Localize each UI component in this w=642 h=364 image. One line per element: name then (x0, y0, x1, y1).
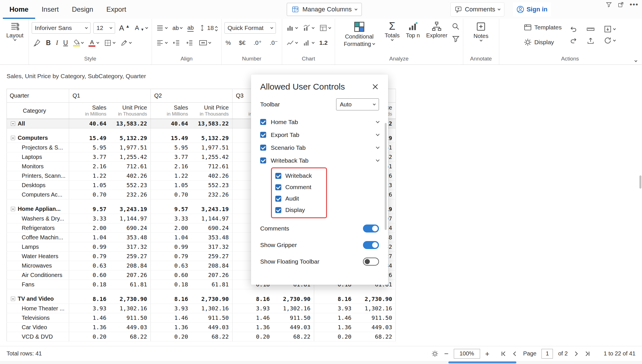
unit-price-cell[interactable]: 712.61 (110, 162, 151, 171)
table-chart-button[interactable] (318, 23, 332, 33)
first-page-button[interactable] (500, 351, 507, 357)
row-label-cell[interactable]: Televisions (7, 313, 69, 323)
line-chart-button[interactable] (285, 38, 299, 48)
unit-price-cell[interactable]: 690.24 (192, 223, 232, 233)
quick-format-select[interactable]: Quick Format (224, 22, 276, 34)
wrap-text-button[interactable]: ab (171, 24, 183, 32)
unit-price-cell[interactable]: 208.84 (110, 261, 151, 270)
sales-cell[interactable]: 0.20 (232, 332, 273, 341)
sales-cell[interactable]: 2.16 (69, 162, 110, 171)
sales-cell[interactable]: 9.57 (69, 205, 110, 214)
sales-cell[interactable]: 2.00 (151, 223, 192, 233)
popout-icon[interactable] (618, 1, 624, 8)
chevron-down-icon[interactable] (376, 120, 380, 123)
unit-price-cell[interactable]: 208.84 (192, 261, 232, 270)
measure-button[interactable] (585, 24, 596, 34)
unit-price-cell[interactable]: 353.48 (110, 233, 151, 242)
sales-cell[interactable]: 15.49 (69, 134, 110, 143)
strikethrough-button[interactable] (119, 38, 133, 48)
unit-price-cell[interactable]: 68.22 (192, 332, 232, 341)
sales-cell[interactable]: 5.95 (69, 143, 110, 152)
sales-cell[interactable]: 0.60 (151, 270, 192, 280)
sales-cell[interactable]: 1.46 (232, 313, 273, 323)
unit-price-cell[interactable]: 1,255.42 (110, 152, 151, 162)
sales-cell[interactable]: 1.36 (314, 323, 355, 332)
indent-increase-button[interactable] (184, 38, 195, 48)
unit-price-cell[interactable]: 232.26 (192, 190, 232, 199)
toggle-on[interactable] (363, 241, 379, 249)
sales-cell[interactable]: 8.16 (151, 294, 192, 304)
unit-price-cell[interactable]: 402.26 (110, 171, 151, 181)
italic-button[interactable]: I (55, 38, 59, 47)
sales-cell[interactable]: 3.33 (151, 214, 192, 223)
sales-cell[interactable]: 3.33 (69, 214, 110, 223)
zoom-in-button[interactable]: + (485, 350, 489, 357)
row-label-cell[interactable]: Air Conditioners (7, 270, 69, 280)
checkbox-checked[interactable] (275, 207, 281, 213)
sales-cell[interactable]: 1.04 (69, 233, 110, 242)
sales-cell[interactable]: 0.99 (69, 242, 110, 252)
sales-cell[interactable]: 40.64 (151, 119, 192, 128)
unit-price-cell[interactable]: 1,255.42 (192, 152, 232, 162)
collapse-icon[interactable] (11, 122, 15, 126)
collapse-ribbon-icon[interactable] (635, 59, 637, 62)
table-row[interactable]: Car Video1.36449.031.36449.031.36449.031… (7, 323, 396, 332)
unit-price-cell[interactable]: 1,144.97 (192, 214, 232, 223)
collapse-icon[interactable] (11, 136, 15, 140)
spark-chart-button[interactable] (302, 38, 315, 48)
unit-price-cell[interactable]: 552.23 (192, 181, 232, 190)
table-row[interactable]: VCD & DVD0.2068.220.2068.220.2068.220.20… (7, 332, 396, 341)
sales-cell[interactable]: 3.93 (69, 304, 110, 313)
unit-price-cell[interactable]: 68.22 (273, 332, 314, 341)
unit-price-cell[interactable]: 712.61 (192, 162, 232, 171)
row-label-cell[interactable]: Water Heaters (7, 252, 69, 261)
checkbox-checked[interactable] (260, 119, 266, 125)
category-header[interactable]: Category (7, 103, 69, 119)
settings-icon[interactable] (431, 350, 439, 358)
row-label-cell[interactable]: Washers & Dry... (7, 214, 69, 223)
menu-tab-design[interactable]: Design (65, 0, 100, 19)
sales-cell[interactable]: 8.16 (314, 294, 355, 304)
unit-price-cell[interactable]: 317.32 (110, 242, 151, 252)
unit-price-cell[interactable]: 1,302.16 (355, 304, 396, 313)
unit-price-cell[interactable]: 1,302.16 (192, 304, 232, 313)
row-label-cell[interactable]: Printers, Scann... (7, 171, 69, 181)
increase-font-button[interactable]: A▲ (118, 23, 131, 33)
measure-header[interactable]: Salesin Millions (151, 103, 192, 119)
sales-cell[interactable]: 40.64 (69, 119, 110, 128)
row-height-control[interactable]: 18 (198, 23, 218, 33)
unit-price-cell[interactable]: 1,977.51 (192, 143, 232, 152)
unit-price-cell[interactable]: 449.03 (355, 323, 396, 332)
sales-cell[interactable]: 0.20 (69, 332, 110, 341)
filter-icon[interactable] (452, 35, 460, 43)
measure-header[interactable]: Salesin Millions (69, 103, 110, 119)
row-label-cell[interactable]: Home Applian... (7, 205, 69, 214)
chevron-down-icon[interactable] (376, 158, 380, 162)
unit-price-cell[interactable]: 2,730.90 (273, 294, 314, 304)
unit-price-cell[interactable]: 259.27 (110, 252, 151, 261)
sales-cell[interactable]: 0.79 (69, 252, 110, 261)
checkbox-checked[interactable] (260, 157, 266, 163)
table-row[interactable]: Home Theater ...3.931,302.163.931,302.16… (7, 304, 396, 313)
number-format-chart-button[interactable]: 1.2 (318, 39, 329, 47)
comments-button[interactable]: Comments (450, 2, 504, 17)
export-data-button[interactable] (602, 24, 617, 34)
combo-chart-button[interactable] (302, 23, 315, 33)
sales-cell[interactable]: 1.46 (151, 313, 192, 323)
sales-cell[interactable]: 0.18 (151, 280, 192, 289)
collapse-icon[interactable] (11, 297, 15, 301)
increase-decimal-button[interactable]: .0⁺ (252, 39, 263, 47)
horizontal-scrollbar-thumb[interactable] (448, 361, 516, 363)
sales-cell[interactable]: 8.16 (232, 294, 273, 304)
font-family-select[interactable]: Inforiver Sans (32, 22, 91, 34)
share-button[interactable] (585, 35, 596, 46)
sales-cell[interactable]: 8.16 (69, 294, 110, 304)
chevron-down-icon[interactable] (376, 145, 380, 149)
row-height-value[interactable]: 18 (207, 25, 214, 31)
dialog-scrollbar[interactable] (385, 123, 387, 230)
unit-price-cell[interactable]: 61.81 (110, 280, 151, 289)
row-label-cell[interactable]: VCD & DVD (7, 332, 69, 341)
percent-format-button[interactable]: % (224, 39, 232, 47)
horizontal-align-button[interactable] (155, 38, 168, 48)
notes-button[interactable]: Notes (471, 21, 491, 42)
